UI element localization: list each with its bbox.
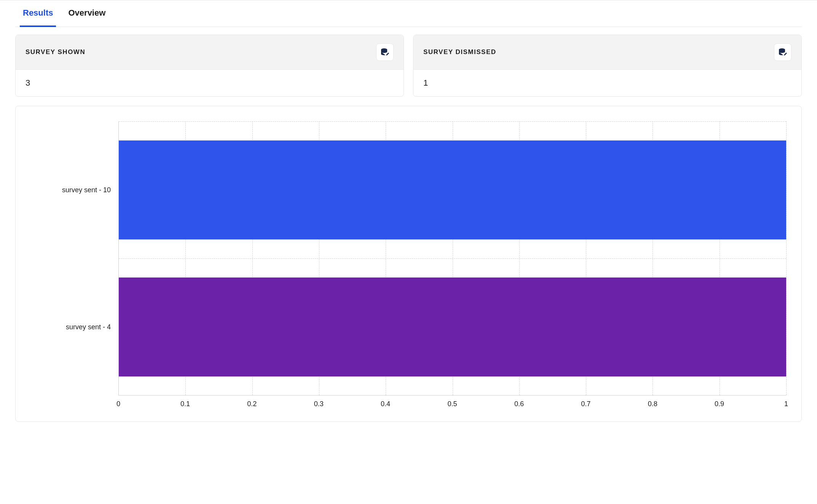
x-tick-label: 0.7 xyxy=(581,400,590,408)
chart-plot-area xyxy=(118,121,786,396)
x-tick-label: 1 xyxy=(784,400,788,408)
card-title: SURVEY SHOWN xyxy=(26,48,85,56)
chart-y-axis: survey sent - 10survey sent - 4 xyxy=(31,121,118,396)
x-tick-label: 0.8 xyxy=(648,400,657,408)
card-title: SURVEY DISMISSED xyxy=(423,48,496,56)
card-survey-dismissed: SURVEY DISMISSED 1 xyxy=(413,35,802,97)
tab-results[interactable]: Results xyxy=(20,0,56,27)
database-edit-icon xyxy=(778,48,787,57)
chart-x-axis: 00.10.20.30.40.50.60.70.80.91 xyxy=(118,400,786,410)
tabs: Results Overview xyxy=(15,0,802,27)
x-tick-label: 0.4 xyxy=(381,400,390,408)
data-source-button[interactable] xyxy=(774,43,791,61)
card-value: 3 xyxy=(16,70,404,96)
x-tick-label: 0 xyxy=(116,400,120,408)
x-tick-label: 0.2 xyxy=(247,400,257,408)
x-tick-label: 0.1 xyxy=(180,400,190,408)
gridline-horizontal xyxy=(119,258,786,259)
gridline-vertical xyxy=(786,121,787,395)
card-value: 1 xyxy=(413,70,801,96)
x-tick-label: 0.5 xyxy=(447,400,457,408)
chart-bar xyxy=(119,140,786,239)
database-edit-icon xyxy=(380,48,389,57)
chart-panel: survey sent - 10survey sent - 4 00.10.20… xyxy=(15,106,802,422)
y-category-label: survey sent - 10 xyxy=(62,186,111,194)
data-source-button[interactable] xyxy=(376,43,394,61)
x-tick-label: 0.6 xyxy=(514,400,524,408)
gridline-horizontal xyxy=(119,121,786,122)
x-tick-label: 0.3 xyxy=(314,400,324,408)
y-category-label: survey sent - 4 xyxy=(66,323,111,331)
x-tick-label: 0.9 xyxy=(715,400,724,408)
tab-overview[interactable]: Overview xyxy=(65,0,109,27)
chart-bar xyxy=(119,278,786,376)
card-survey-shown: SURVEY SHOWN 3 xyxy=(15,35,404,97)
